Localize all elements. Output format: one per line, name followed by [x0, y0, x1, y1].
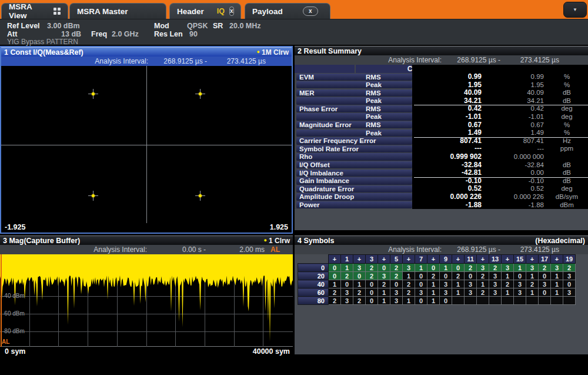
result-peak-value: 0.99 — [489, 73, 544, 81]
analysis-interval-from: 0.00 s - — [144, 245, 206, 254]
symbol-cell: 3 — [551, 264, 563, 272]
symbols-column-header: + — [551, 255, 563, 264]
symbol-cell: 0 — [341, 280, 353, 288]
result-current-value: 0.42 — [412, 105, 482, 113]
result-name-pill: Phase ErrorRMS — [296, 105, 412, 112]
tab-msra-master[interactable]: MSRA Master — [69, 3, 166, 19]
symbol-cell: 1 — [502, 288, 514, 297]
panel-magnitude-titlebar[interactable]: 3 Mag(Capture Buffer) ● 1 Clrw — [0, 235, 293, 245]
symbol-cell: 1 — [427, 280, 440, 288]
panel-symbols-titlebar[interactable]: 4 Symbols (Hexadecimal) — [295, 235, 588, 245]
panel-constellation-titlebar[interactable]: 1 Const I/Q(Meas&Ref) ● 1M Clrw — [1, 47, 292, 57]
mod-value[interactable]: QPSK — [187, 22, 208, 30]
tab-overflow-button[interactable]: ▼ — [563, 2, 587, 18]
result-unit: dB — [546, 177, 587, 185]
symbol-cell: 0 — [366, 288, 378, 297]
symbols-row: 2002023210202023101013 — [298, 272, 576, 280]
constellation-plot[interactable] — [1, 66, 292, 223]
y-axis-tick-label: -40 dBm — [2, 293, 25, 299]
panel-title: 2 Result Summary — [298, 47, 362, 55]
symbol-cell: 1 — [551, 288, 563, 297]
result-peak-value: -32.84 — [489, 161, 544, 170]
analysis-interval-label: Analysis Interval: — [29, 245, 147, 254]
result-peak-value: 1.49 — [489, 129, 544, 137]
tab-header[interactable]: Header IQ x — [169, 3, 241, 19]
att-label[interactable]: Att — [7, 30, 17, 38]
sr-value[interactable]: 20.0 MHz — [229, 22, 261, 30]
symbol-cell — [526, 297, 539, 305]
sr-label[interactable]: SR — [213, 22, 223, 30]
result-name-pill: Peak — [296, 130, 412, 137]
iq-badge: IQ — [217, 7, 225, 15]
symbol-cell: 3 — [390, 297, 403, 305]
magnitude-plot[interactable]: AL -40 dBm-60 dBm-80 dBm — [0, 254, 293, 347]
constellation-x-labels: -1.925 1.925 — [1, 223, 292, 233]
result-row: Symbol Rate Error------ppm — [295, 145, 588, 153]
symbol-cell: 0 — [415, 280, 427, 288]
symbol-cell: 2 — [353, 288, 366, 297]
symbol-cell: 1 — [477, 280, 489, 288]
tab-label: MSRA View — [9, 2, 46, 20]
result-row: Magnitude ErrorRMS0.670.67% — [295, 121, 588, 130]
tab-payload[interactable]: Payload x — [245, 3, 330, 19]
symbols-column-header: + — [378, 255, 390, 264]
result-peak-value: -1.88 — [489, 201, 544, 210]
trace-label: 1M Clrw — [262, 48, 289, 57]
result-unit: ppm — [546, 145, 587, 153]
result-name-pill: Peak — [296, 81, 412, 88]
result-current-value: 34.21 — [412, 97, 482, 105]
symbols-column-header: + — [502, 255, 514, 264]
result-current-value: 807.41 — [412, 137, 482, 145]
result-current-value: 0.999 902 — [412, 153, 482, 161]
symbol-cell: 0 — [366, 280, 378, 288]
freq-label[interactable]: Freq — [91, 30, 107, 38]
tab-msra-view[interactable]: MSRA View — [1, 3, 68, 19]
result-peak-value: 0.000 000 — [489, 153, 544, 161]
ref-level-label[interactable]: Ref Level — [7, 22, 40, 30]
symbol-cell: 2 — [563, 264, 576, 272]
freq-value[interactable]: 2.0 GHz — [112, 30, 139, 38]
symbol-cell: 3 — [489, 272, 502, 280]
symbol-cell: 0 — [465, 272, 477, 280]
analysis-interval-label: Analysis Interval: — [31, 57, 148, 65]
symbols-row-label: 40 — [298, 280, 329, 288]
symbols-column-header: 17 — [539, 255, 551, 264]
res-len-label[interactable]: Res Len — [154, 30, 183, 38]
result-current-value: --- — [412, 145, 482, 153]
result-name-pill: Gain Imbalance — [296, 177, 412, 184]
symbol-cell: 3 — [341, 288, 353, 297]
symbol-cell: 0 — [452, 264, 465, 272]
symbol-cell: 3 — [539, 280, 551, 288]
symbol-cell: 0 — [440, 297, 452, 305]
ref-level-value[interactable]: 3.00 dBm — [47, 22, 80, 30]
symbol-cell — [465, 297, 477, 305]
symbols-table: +1+3+5+7+9+11+13+15+17+19001320231010232… — [298, 254, 576, 305]
symbols-column-header: + — [353, 255, 366, 264]
result-name-pill: I/Q Offset — [296, 161, 412, 168]
result-name-pill: MERRMS — [296, 89, 412, 97]
symbol-cell: 2 — [390, 264, 403, 272]
result-current-value: 1.49 — [412, 129, 482, 137]
symbol-cell: 1 — [353, 280, 366, 288]
symbol-cell: 1 — [452, 288, 465, 297]
symbol-cell: 2 — [539, 264, 551, 272]
magnitude-trace — [0, 254, 293, 347]
close-icon[interactable]: x — [303, 6, 318, 16]
symbol-cell: 1 — [378, 288, 390, 297]
symbol-cell: 0 — [539, 272, 551, 280]
result-row: I/Q Imbalance-42.810.00dB — [295, 169, 588, 177]
symbol-cell: 1 — [526, 272, 539, 280]
panel-result-summary: 2 Result Summary Analysis Interval: 268.… — [295, 46, 588, 230]
measured-symbol-dot — [199, 92, 202, 95]
symbol-cell: 3 — [353, 264, 366, 272]
x-max-label: 1.925 — [270, 223, 288, 231]
symbol-cell: 2 — [526, 280, 539, 288]
symbol-cell: 2 — [477, 288, 489, 297]
panel-result-summary-titlebar[interactable]: 2 Result Summary — [295, 46, 588, 55]
close-icon[interactable]: x — [229, 6, 234, 16]
result-peak-value: 0.52 — [489, 185, 544, 193]
att-value[interactable]: 13 dB — [61, 30, 81, 38]
res-len-value[interactable]: 90 — [189, 30, 198, 38]
mod-label[interactable]: Mod — [154, 22, 169, 30]
analysis-interval-from: 268.9125 µs - — [145, 57, 207, 65]
